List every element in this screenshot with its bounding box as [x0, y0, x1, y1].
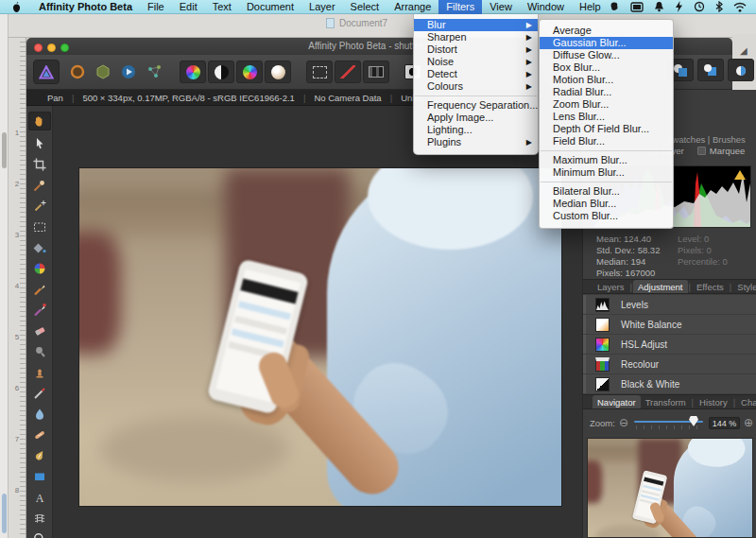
- menu-item-detect[interactable]: Detect▶: [414, 68, 538, 80]
- menu-item-colours[interactable]: Colours▶: [414, 80, 538, 93]
- menu-app-name[interactable]: Affinity Photo Beta: [31, 0, 140, 14]
- snap-option-3-button[interactable]: [728, 59, 754, 81]
- tool-rectangle-shape[interactable]: [28, 468, 51, 484]
- export-persona-button[interactable]: [146, 63, 164, 80]
- menu-document[interactable]: Document: [239, 0, 301, 14]
- develop-persona-button[interactable]: [94, 63, 112, 80]
- tool-zoom[interactable]: [28, 530, 51, 538]
- tool-blur[interactable]: [28, 406, 51, 422]
- menu-item-minimum-blur[interactable]: Minimum Blur...: [540, 166, 673, 179]
- tool-paint-brush[interactable]: [28, 281, 51, 297]
- tone-mapping-persona-button[interactable]: [120, 63, 137, 80]
- menu-item-maximum-blur[interactable]: Maximum Blur...: [540, 154, 673, 166]
- slice-button[interactable]: [335, 61, 361, 83]
- tab-transform[interactable]: Transform: [641, 395, 691, 408]
- menu-item-plugins[interactable]: Plugins▶: [414, 136, 538, 148]
- marquee-options-button[interactable]: [306, 61, 333, 83]
- menu-item-depth-of-field-blur[interactable]: Depth Of Field Blur...: [540, 123, 673, 135]
- zoom-out-icon[interactable]: ⊖: [619, 416, 628, 429]
- menu-item-radial-blur[interactable]: Radial Blur...: [540, 86, 673, 98]
- adjustment-hsl[interactable]: HSL Adjust: [583, 335, 756, 354]
- canvas-photo[interactable]: [79, 168, 561, 506]
- adjustment-black-white[interactable]: Black & White: [583, 374, 756, 393]
- tool-colour-wheel-brush[interactable]: [28, 260, 51, 276]
- menu-text[interactable]: Text: [205, 0, 239, 14]
- tab-channels[interactable]: Channels: [736, 395, 756, 408]
- tab-adjustment[interactable]: Adjustment: [633, 280, 688, 293]
- background-tab-document7[interactable]: Document7: [326, 18, 387, 28]
- tool-pan[interactable]: [28, 112, 51, 130]
- menu-layer[interactable]: Layer: [301, 0, 343, 14]
- menu-item-custom-blur[interactable]: Custom Blur...: [540, 210, 673, 222]
- menu-item-field-blur[interactable]: Field Blur...: [540, 135, 673, 148]
- adjustment-levels[interactable]: Levels: [583, 295, 756, 314]
- menu-item-gaussian-blur[interactable]: Gaussian Blur...: [540, 37, 673, 49]
- affinity-logo-button[interactable]: [33, 60, 60, 84]
- tool-move[interactable]: [28, 135, 51, 151]
- zoom-slider[interactable]: [634, 416, 703, 429]
- menu-item-zoom-blur[interactable]: Zoom Blur...: [540, 98, 673, 111]
- tool-flood-select[interactable]: [28, 198, 51, 214]
- auto-contrast-button[interactable]: [208, 61, 234, 83]
- menu-item-blur[interactable]: Blur▶: [414, 19, 538, 31]
- evernote-icon[interactable]: [609, 1, 620, 12]
- canvas-area[interactable]: [53, 106, 582, 538]
- zoom-value[interactable]: 144 %: [709, 417, 740, 429]
- menu-arrange[interactable]: Arrange: [387, 0, 438, 14]
- menu-view[interactable]: View: [482, 0, 520, 14]
- apple-menu[interactable]: [0, 1, 31, 13]
- assistant-button[interactable]: [363, 61, 389, 83]
- menu-filters[interactable]: Filters: [438, 0, 482, 14]
- scrollbar-thumb-bottom[interactable]: [2, 494, 7, 533]
- menu-item-motion-blur[interactable]: Motion Blur...: [540, 74, 673, 86]
- adjustment-recolour[interactable]: Recolour: [583, 355, 756, 373]
- warning-icon[interactable]: [734, 170, 746, 180]
- tool-text[interactable]: A: [28, 489, 51, 505]
- tab-styles[interactable]: Styles: [732, 280, 756, 293]
- tool-erase[interactable]: [28, 322, 51, 338]
- menu-item-noise[interactable]: Noise▶: [414, 56, 538, 68]
- menu-item-average[interactable]: Average: [540, 25, 673, 37]
- menu-item-sharpen[interactable]: Sharpen▶: [414, 31, 538, 43]
- menu-file[interactable]: File: [140, 0, 172, 14]
- adjustment-white-balance[interactable]: White Balance: [583, 315, 756, 334]
- menu-item-distort[interactable]: Distort▶: [414, 43, 538, 56]
- menu-item-lighting[interactable]: Lighting...: [414, 124, 538, 136]
- bluetooth-icon[interactable]: [715, 1, 723, 12]
- tool-flood-fill[interactable]: [28, 239, 51, 255]
- time-machine-icon[interactable]: [694, 1, 705, 12]
- menu-item-apply-image[interactable]: Apply Image...: [414, 112, 538, 124]
- menu-window[interactable]: Window: [520, 0, 572, 14]
- auto-white-balance-button[interactable]: [265, 61, 291, 83]
- tool-pen[interactable]: [28, 447, 51, 463]
- tool-selection-brush[interactable]: [28, 177, 51, 193]
- auto-colour-button[interactable]: [236, 61, 263, 83]
- snap-option-2-button[interactable]: [697, 59, 724, 81]
- tool-blemish-removal[interactable]: [28, 385, 51, 401]
- menu-select[interactable]: Select: [343, 0, 387, 14]
- notifications-icon[interactable]: [654, 1, 664, 12]
- scrollbar-thumb[interactable]: [2, 132, 7, 168]
- tool-healing[interactable]: [28, 426, 51, 443]
- marquee-checkbox[interactable]: Marquee: [697, 146, 746, 156]
- zoom-in-icon[interactable]: ⊕: [744, 416, 753, 429]
- menu-item-median-blur[interactable]: Median Blur...: [540, 198, 673, 210]
- menu-item-lens-blur[interactable]: Lens Blur...: [540, 111, 673, 123]
- swatches-brushes-tabs[interactable]: Swatches | Brushes: [666, 134, 746, 145]
- colour-wheel-button[interactable]: [180, 61, 206, 83]
- display-icon[interactable]: [630, 2, 644, 12]
- navigator-preview[interactable]: [587, 438, 753, 538]
- tab-history[interactable]: History: [695, 395, 732, 408]
- menu-help[interactable]: Help: [572, 0, 609, 14]
- liquify-persona-button[interactable]: [69, 63, 86, 80]
- tool-mesh-warp[interactable]: [28, 510, 51, 526]
- tool-crop[interactable]: [28, 156, 51, 172]
- menu-item-bilateral-blur[interactable]: Bilateral Blur...: [540, 185, 673, 198]
- tool-clone-stamp[interactable]: [28, 364, 51, 380]
- tab-navigator[interactable]: Navigator: [593, 395, 641, 408]
- tab-effects[interactable]: Effects: [692, 280, 729, 293]
- wifi-icon[interactable]: [733, 2, 747, 12]
- menu-edit[interactable]: Edit: [172, 0, 205, 14]
- background-scrollbar[interactable]: [0, 14, 9, 538]
- tool-colour-replacement-brush[interactable]: [28, 302, 51, 318]
